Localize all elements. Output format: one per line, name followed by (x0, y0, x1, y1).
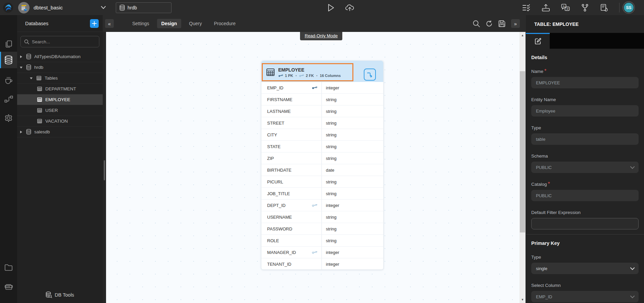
design-tab-query[interactable]: Query (185, 19, 206, 28)
entity-column-row[interactable]: USERNAME string (261, 211, 383, 223)
scroll-up-arrow-icon[interactable]: ▲ (519, 33, 526, 38)
nav-settings-gear-icon[interactable] (0, 111, 17, 125)
default-filter-expression-input[interactable] (531, 218, 639, 229)
design-tab-design[interactable]: Design (157, 19, 182, 28)
open-database-tab[interactable]: hrdb (116, 2, 171, 13)
entity-column-row[interactable]: EMP_ID integer (261, 82, 383, 94)
entity-column-row[interactable]: LASTNAME string (261, 105, 383, 117)
canvas-search-button[interactable] (473, 20, 480, 27)
collapse-panel-button[interactable]: « (105, 19, 114, 28)
canvas-vertical-scrollbar[interactable]: ▲ ▼ (519, 32, 526, 303)
column-name: MANAGER_ID (267, 250, 296, 255)
add-database-button[interactable] (90, 19, 99, 28)
design-tab-procedure[interactable]: Procedure (209, 19, 240, 28)
entity-column-row[interactable]: MANAGER_ID integer (261, 247, 383, 258)
tree-item-hrdb[interactable]: hrdb (17, 62, 103, 73)
nav-pages-icon[interactable] (0, 37, 17, 51)
entity-column-row[interactable]: ROLE string (261, 235, 383, 247)
caret-down-icon[interactable] (19, 66, 23, 69)
caret-right-icon[interactable] (19, 130, 23, 134)
tree-item-alltypesdbautomation[interactable]: AllTypesDBAutomation (17, 51, 103, 62)
entity-column-row[interactable]: STATE string (261, 141, 383, 153)
tree-item-vacation[interactable]: VACATION (17, 116, 103, 127)
entity-pk-count: 1 PK (285, 74, 293, 78)
tree-item-label: hrdb (34, 65, 43, 70)
checklist-button[interactable] (522, 4, 531, 11)
entity-column-row[interactable]: PICURL string (261, 176, 383, 188)
database-icon (26, 64, 31, 70)
column-name: TENANT_ID (267, 262, 291, 267)
schema-select: PUBLIC (531, 162, 639, 173)
column-name: ROLE (267, 238, 279, 243)
chevron-down-icon (630, 164, 635, 170)
save-button[interactable] (498, 20, 505, 27)
entity-meta: 1 PK • 2 FK • 16 Columns (278, 74, 341, 78)
tree-item-label: USER (45, 108, 58, 113)
entity-header: EMPLOYEE 1 PK • 2 FK • 16 Columns (261, 61, 383, 82)
run-preview-button[interactable] (327, 4, 335, 12)
select-column-select: EMP_ID (531, 291, 639, 302)
tree-item-department[interactable]: DEPARTMENT (17, 84, 103, 94)
tree-item-tables[interactable]: Tables (17, 73, 103, 84)
project-menu-chevron-down-icon[interactable] (101, 6, 106, 9)
open-database-tab-label: hrdb (128, 5, 137, 10)
tree-item-salesdb[interactable]: salesdb (17, 127, 103, 137)
column-name: FIRSTNAME (267, 97, 292, 102)
inspector-body: Details Name* EMPLOYEE Entity Name Emplo… (526, 55, 644, 302)
nav-java-services-icon[interactable] (0, 73, 17, 87)
entity-column-row[interactable]: FIRSTNAME string (261, 94, 383, 105)
design-tab-settings[interactable]: Settings (128, 19, 154, 28)
nav-apis-icon[interactable] (0, 92, 17, 106)
nav-file-explorer-icon[interactable] (0, 260, 17, 275)
table-icon (37, 86, 42, 91)
nav-logs-icon[interactable]: LOG (0, 278, 17, 293)
deploy-button[interactable] (542, 4, 550, 12)
database-tree: AllTypesDBAutomation hrdb Tables DEPARTM… (17, 51, 103, 137)
employee-entity-card[interactable]: EMPLOYEE 1 PK • 2 FK • 16 Columns (261, 60, 384, 270)
caret-right-icon[interactable] (19, 55, 23, 58)
entity-column-count: 16 Columns (320, 74, 341, 78)
entity-column-row[interactable]: STREET string (261, 117, 383, 129)
entity-column-row[interactable]: BIRTHDATE date (261, 164, 383, 176)
database-search-input[interactable] (32, 39, 89, 44)
entity-header-selection[interactable]: EMPLOYEE 1 PK • 2 FK • 16 Columns (262, 63, 353, 81)
entity-column-row[interactable]: JOB_TITLE string (261, 188, 383, 200)
app-logo-icon[interactable] (3, 2, 13, 13)
tree-item-user[interactable]: USER (17, 105, 103, 116)
entity-column-row[interactable]: ZIP string (261, 153, 383, 164)
table-icon (37, 119, 42, 124)
entity-column-row[interactable]: DEPT_ID integer (261, 200, 383, 211)
field-label: Schema (531, 154, 548, 159)
panel-scrollbar[interactable] (103, 32, 106, 303)
version-control-button[interactable] (581, 4, 589, 12)
refresh-button[interactable] (486, 20, 493, 27)
edit-table-tab[interactable] (526, 33, 550, 49)
expand-panel-button[interactable]: » (511, 19, 520, 28)
type-select[interactable]: single (531, 263, 639, 274)
add-relationship-button[interactable] (364, 69, 376, 81)
entity-fk-count: 2 FK (306, 74, 314, 78)
column-type: integer (326, 203, 339, 208)
cloud-push-button[interactable] (345, 4, 354, 12)
scrollbar-thumb[interactable] (520, 71, 525, 232)
user-avatar[interactable]: SS (623, 1, 635, 14)
read-only-mode-badge[interactable]: Read-Only Mode (300, 32, 342, 40)
entity-column-row[interactable]: TENANT_ID integer (261, 258, 383, 270)
localization-button[interactable]: A 文 (561, 4, 570, 12)
project-avatar[interactable] (18, 2, 30, 13)
field-label: Catalog (531, 182, 547, 187)
field-value: Employee (536, 109, 555, 114)
db-tools-button[interactable]: DB Tools (17, 290, 103, 300)
tree-item-employee[interactable]: EMPLOYEE (17, 94, 103, 105)
svg-text:LOG: LOG (6, 286, 10, 288)
scroll-down-arrow-icon[interactable]: ▼ (519, 297, 526, 302)
inspector-field: Entity Name Employee (531, 96, 639, 117)
sync-docs-button[interactable] (600, 4, 608, 12)
required-asterisk: * (544, 68, 546, 74)
column-type: string (326, 191, 337, 196)
nav-database-icon[interactable] (0, 52, 17, 68)
entity-column-row[interactable]: CITY string (261, 129, 383, 141)
er-diagram-canvas[interactable]: Read-Only Mode EMPLOYEE 1 PK • 2 FK • (106, 32, 519, 303)
entity-column-row[interactable]: PASSWORD string (261, 223, 383, 235)
caret-down-icon[interactable] (30, 77, 33, 80)
